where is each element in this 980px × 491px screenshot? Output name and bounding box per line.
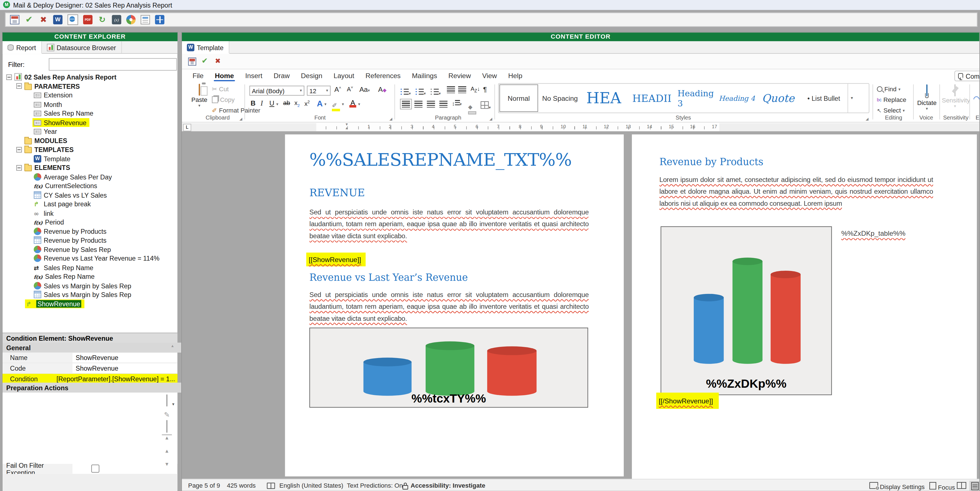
styles-more-button[interactable]: ▾ [847,84,856,113]
tree-item-currentselections[interactable]: CurrentSelections [3,182,177,190]
editor-group-partial[interactable]: ◠E [973,94,980,103]
strikethrough-button[interactable]: ab [283,99,290,106]
doc-heading-revenue[interactable]: REVENUE [310,187,365,199]
comments-button[interactable]: Comm [954,70,980,81]
tree-item-sales-rep-name[interactable]: Sales Rep Name [3,109,177,118]
increase-indent-button[interactable] [458,86,466,93]
pilcrow-button[interactable]: ¶ [483,86,487,93]
style-normal[interactable]: Normal [499,84,538,112]
collapse-icon[interactable] [16,83,22,89]
apply-template-icon[interactable]: ✔ [200,57,210,66]
tree-item-period[interactable]: Period [3,217,177,226]
tree-item-revenue-by-products-chart[interactable]: Revenue by Products [3,227,177,236]
sort-button[interactable]: AZ↓ [471,86,480,93]
underline-dropdown[interactable]: ▾ [276,102,278,107]
doc-paragraph-2[interactable]: Sed ut perspiciatis unde omnis iste natu… [310,289,589,324]
move-top-icon[interactable]: ▲ [162,434,172,445]
style-heading4[interactable]: Heading 4 [718,84,756,113]
tree-item-elements[interactable]: ELEMENTS [3,163,177,172]
cut-button[interactable]: ✂Cut [212,86,229,92]
export-html-icon[interactable] [67,14,78,25]
collapse-icon[interactable] [6,74,12,80]
document-page-1[interactable]: %%SALESREPNAME_TXT%% REVENUE Sed ut pers… [285,134,624,477]
status-text-predictions[interactable]: Text Predictions: On [347,482,403,489]
line-spacing-button[interactable]: ↕▾ [452,100,462,107]
tree-item-avg-sales[interactable]: Average Sales Per Day [3,172,177,181]
tree-item-parameters[interactable]: PARAMETERS [3,81,177,91]
sensitivity-button[interactable]: Sensitivity ▾ [942,85,968,109]
shading-button[interactable]: ◆ [468,100,476,114]
dictate-button[interactable]: Dictate ▾ [916,85,938,112]
chart-placeholder-1[interactable]: %%tcxTY%% [310,327,588,408]
borders-button[interactable]: ▾ [480,100,490,111]
doc-paragraph-3[interactable]: Lorem ipsum dolor sit amet, consectetur … [659,174,933,209]
tree-item-sales-rep-name-fx[interactable]: Sales Rep Name [3,272,177,281]
ribbon-tab-design[interactable]: Design [300,72,323,80]
paragraph-dialog-launcher[interactable]: ◢ [490,116,492,121]
condition-ellipsis-button[interactable]: ... [170,375,177,383]
format-painter-button[interactable]: ✐Format Painter [212,107,260,114]
horizontal-ruler[interactable]: 1 2 3 4 5 6 7 8 9 10 11 12 13 14 15 16 1… [182,123,980,132]
tree-item-month[interactable]: Month [3,100,177,108]
style-no-spacing[interactable]: No Spacing [539,84,581,113]
tree-item-showrevenue-param[interactable]: ShowRevenue [3,118,177,127]
align-right-button[interactable] [427,101,435,108]
status-accessibility[interactable]: Accessibility: Investigate [410,482,485,489]
chart-placeholder-2[interactable]: %%ZxDKp%% [661,226,832,395]
align-center-button[interactable] [414,101,423,108]
print-layout-button[interactable] [969,481,980,491]
tree-item-revenue-vs-ly[interactable]: Revenue vs Last Year Revenue = 114% [3,254,177,263]
status-language[interactable]: English (United States) [279,482,343,489]
ribbon-tab-mailings[interactable]: Mailings [410,72,438,80]
validate-icon[interactable]: ✔ [24,15,34,25]
tab-datasource-browser[interactable]: Datasource Browser [42,41,122,53]
bold-button[interactable]: B [251,99,256,107]
align-left-button[interactable] [402,101,410,108]
tree-item-sales-rep-name-loop[interactable]: Sales Rep Name [3,263,177,272]
tab-template[interactable]: Template [182,41,229,54]
replace-button[interactable]: bcReplace [877,96,906,103]
shrink-font-button[interactable]: A˅ [347,86,353,92]
focus-button[interactable]: Focus [929,482,955,491]
read-mode-button[interactable] [957,482,966,490]
style-heading2[interactable]: HEADII [626,84,678,113]
clipboard-dialog-launcher[interactable]: ◢ [239,116,242,121]
doc-heading-revenue-by-products[interactable]: Revenue by Products [659,156,764,167]
save-template-icon[interactable] [188,57,196,65]
collapse-icon[interactable] [16,147,22,152]
hanging-indent-marker[interactable]: ▴ [345,126,348,131]
ribbon-tab-file[interactable]: File [191,72,205,80]
ribbon-tab-home[interactable]: Home [213,72,235,80]
tree-item-link[interactable]: link [3,209,177,217]
tree-item-template[interactable]: Template [3,154,177,163]
export-pdf-icon[interactable]: PDF [83,15,92,25]
save-icon[interactable] [10,15,19,25]
edit-action-icon[interactable] [162,408,172,418]
select-button[interactable]: ↖Select▾ [877,107,905,114]
tree-item-last-page-break[interactable]: Last page break [3,199,177,208]
ribbon-tab-draw[interactable]: Draw [272,72,291,80]
report-icon[interactable] [141,15,150,25]
ribbon-tab-insert[interactable]: Insert [244,72,264,80]
grow-font-button[interactable]: A˄ [334,86,341,93]
discard-template-icon[interactable]: ✖ [213,57,223,66]
underline-button[interactable]: U [269,99,275,107]
font-size-combo[interactable]: 12▾ [307,86,331,96]
showrevenue-close-tag[interactable]: [[/ShowRevenue]] [656,393,719,409]
tree-item-modules[interactable]: MODULES [3,136,177,145]
tree-item-extension[interactable]: Extension [3,91,177,100]
ribbon-tab-layout[interactable]: Layout [332,72,356,80]
add-action-icon[interactable] [162,395,172,405]
ribbon-tab-view[interactable]: View [481,72,498,80]
highlight-dropdown[interactable]: ▾ [342,102,344,107]
ribbon-tab-review[interactable]: Review [447,72,473,80]
font-color-dropdown[interactable]: ▾ [358,102,360,107]
showrevenue-open-tag[interactable]: [[ShowRevenue]] [306,252,366,266]
multilevel-list-button[interactable]: ▾ [431,86,441,97]
clear-formatting-button[interactable]: A◆ [378,86,387,93]
style-heading1[interactable]: HEA [581,84,626,113]
tree-item-revenue-by-products-table[interactable]: Revenue by Products [3,236,177,245]
doc-heading-revenue-vs-ly[interactable]: Revenue vs Last Year’s Revenue [310,272,468,283]
collapse-icon[interactable] [16,165,22,171]
property-row-code[interactable]: Code ShowRevenue [3,363,177,374]
